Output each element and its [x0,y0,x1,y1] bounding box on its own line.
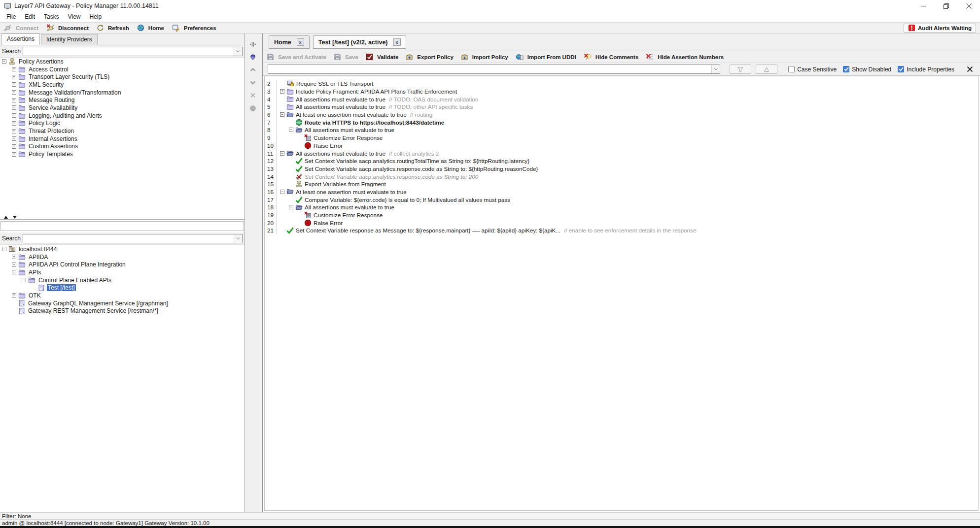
maximize-button[interactable] [935,0,957,12]
service-search-input[interactable] [23,234,234,243]
disconnect-button[interactable]: Disconnect [46,24,89,32]
expand-toggle[interactable]: + [12,121,16,126]
expand-toggle[interactable]: + [12,263,16,267]
policy-assertion-row[interactable]: 10Raise Error [265,142,978,150]
policy-assertion-row[interactable]: 13Set Context Variable aacp.analytics.re… [265,165,978,173]
save-and-activate-button[interactable]: Save and Activate [267,53,326,61]
collapse-toggle[interactable]: − [280,151,284,156]
expand-toggle[interactable]: + [12,67,16,71]
tree-item[interactable]: +Threat Protection [0,127,245,135]
tree-item[interactable]: +Message Validation/Transformation [0,89,245,97]
expand-toggle[interactable]: + [12,136,16,141]
tree-item[interactable]: Test [/test] [0,284,245,292]
tree-item[interactable]: +Internal Assertions [0,135,245,143]
policy-assertion-row[interactable]: 20Raise Error [265,219,978,227]
policy-assertion-row[interactable]: 3+Include Policy Fragment: APIIDA API Pl… [265,88,978,96]
tab-assertions[interactable]: Assertions [1,33,40,45]
home-button[interactable]: Home [137,24,164,32]
policy-assertion-row[interactable]: 2Require SSL or TLS Transport [265,80,978,88]
menu-help[interactable]: Help [85,12,106,21]
minimize-button[interactable] [912,0,935,12]
expand-toggle[interactable]: + [12,144,16,149]
collapse-toggle[interactable]: − [289,128,293,132]
tab-close-icon[interactable]: x [393,38,401,46]
splitter-collapse-down-icon[interactable] [13,216,17,219]
tree-item[interactable]: −Control Plane Enabled APIs [0,276,245,284]
tree-item[interactable]: −APIs [0,268,245,276]
expand-toggle[interactable]: + [280,89,284,94]
import-from-uddi-button[interactable]: Import From UDDI [516,53,576,61]
tree-item[interactable]: +Message Routing [0,96,245,104]
tree-item[interactable]: +XML Security [0,81,245,89]
assertion-search-input[interactable] [23,47,234,56]
tree-item[interactable]: −Policy Assertions [0,58,245,66]
tree-item[interactable]: +Transport Layer Security (TLS) [0,73,245,81]
collapse-toggle[interactable]: − [289,205,293,209]
expand-toggle[interactable]: + [12,129,16,133]
tab-identity-providers[interactable]: Identity Providers [41,34,98,45]
include-properties-checkbox[interactable]: Include Properties [898,66,954,73]
checkbox-checked-icon[interactable] [843,66,849,72]
tab-home[interactable]: Home x [269,35,310,49]
expand-toggle[interactable]: + [12,152,16,157]
tab-test-policy[interactable]: Test [/test] (v2/2, active) x [313,35,406,49]
expand-toggle[interactable]: + [12,82,16,87]
policy-assertion-row[interactable]: 12Set Context Variable aacp.analytics.ro… [265,157,978,165]
refresh-button[interactable]: Refresh [97,24,129,32]
panel-splitter[interactable] [0,215,245,220]
collapse-toggle[interactable]: − [2,59,6,64]
collapse-toggle[interactable]: − [12,270,16,274]
hide-assertion-numbers-button[interactable]: Hide Assertion Numbers [646,53,724,61]
expand-toggle[interactable]: + [12,98,16,102]
close-button[interactable] [957,0,980,12]
tree-item[interactable]: +Custom Assertions [0,143,245,151]
policy-assertion-row[interactable]: 4All assertions must evaluate to true// … [265,95,978,103]
import-policy-button[interactable]: Import Policy [461,53,508,61]
show-disabled-checkbox[interactable]: Show Disabled [843,66,891,73]
collapse-toggle[interactable]: − [2,247,6,251]
move-up-button[interactable] [249,66,259,74]
policy-find-input[interactable] [268,65,711,73]
tree-item[interactable]: +OTK [0,292,245,299]
collapse-toggle[interactable]: − [22,278,26,282]
tree-item[interactable]: +Policy Logic [0,120,245,128]
save-button[interactable]: Save [334,53,358,61]
policy-assertion-row[interactable]: 15Export Variables from Fragment [265,180,978,188]
tree-item[interactable]: +Access Control [0,66,245,73]
search-dropdown-arrow-icon[interactable] [234,234,242,243]
delete-assertion-button[interactable] [249,91,259,99]
case-sensitive-checkbox[interactable]: Case Sensitive [788,66,837,73]
tree-item[interactable]: +APIIDA [0,253,245,261]
disable-assertion-button[interactable] [249,104,259,112]
policy-assertion-row[interactable]: 9Customize Error Response [265,134,978,142]
checkbox-unchecked-icon[interactable] [788,66,795,72]
preferences-button[interactable]: Preferences [172,24,216,32]
validate-button[interactable]: Validate [366,53,398,61]
tree-item[interactable]: Gateway REST Management Service [/restma… [0,307,245,315]
policy-assertion-row[interactable]: 6−At least one assertion must evaluate t… [265,111,978,119]
audit-alerts-button[interactable]: Audit Alerts Waiting [904,24,976,33]
expand-toggle[interactable]: + [12,90,16,95]
add-assertion-acorn-button[interactable] [249,53,259,61]
connect-button[interactable]: Connect [4,24,38,32]
collapse-toggle[interactable]: − [280,112,284,117]
menu-file[interactable]: File [2,12,20,21]
export-policy-button[interactable]: Export Policy [406,53,454,61]
menu-view[interactable]: View [64,12,85,21]
find-bar-close-icon[interactable] [967,66,973,72]
expand-toggle[interactable]: + [12,255,16,259]
tree-item[interactable]: +Service Availability [0,104,245,112]
policy-assertion-row[interactable]: 17Compare Variable: ${error.code} is equ… [265,196,978,203]
expand-toggle[interactable]: + [12,113,16,118]
tab-close-icon[interactable]: x [297,38,304,46]
policy-assertion-row[interactable]: 11−All assertions must evaluate to true/… [265,149,978,157]
policy-assertion-row[interactable]: 19Customize Error Response [265,211,978,219]
find-dropdown-arrow-icon[interactable] [711,65,720,73]
policy-assertion-row[interactable]: 16−At least one assertion must evaluate … [265,188,978,196]
expand-toggle[interactable]: + [12,75,16,79]
hide-comments-button[interactable]: Hide Comments [584,53,639,61]
tree-item[interactable]: Gateway GraphQL Management Service [/gra… [0,299,245,307]
policy-assertion-row[interactable]: 18−All assertions must evaluate to true [265,203,978,211]
splitter-collapse-up-icon[interactable] [4,216,8,219]
policy-assertion-row[interactable]: 21Set Context Variable response as Messa… [265,227,978,234]
